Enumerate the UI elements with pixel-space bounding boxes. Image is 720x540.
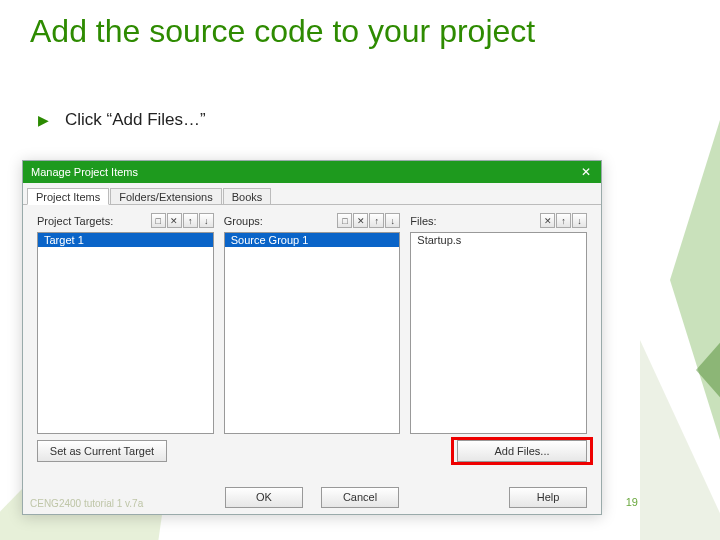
footer-note: CENG2400 tutorial 1 v.7a bbox=[30, 498, 143, 509]
targets-listbox[interactable]: Target 1 bbox=[37, 232, 214, 434]
page-number: 19 bbox=[626, 496, 638, 508]
move-up-icon[interactable]: ↑ bbox=[369, 213, 384, 228]
new-item-icon[interactable]: □ bbox=[151, 213, 166, 228]
new-item-icon[interactable]: □ bbox=[337, 213, 352, 228]
tab-strip: Project Items Folders/Extensions Books bbox=[23, 183, 601, 205]
groups-label: Groups: bbox=[224, 215, 263, 227]
below-buttons-row: Set as Current Target Add Files... bbox=[23, 434, 601, 462]
set-as-current-target-button[interactable]: Set as Current Target bbox=[37, 440, 167, 462]
delete-item-icon[interactable]: ✕ bbox=[540, 213, 555, 228]
move-up-icon[interactable]: ↑ bbox=[556, 213, 571, 228]
column-targets: Project Targets: □ ✕ ↑ ↓ Target 1 bbox=[37, 213, 214, 434]
add-files-button[interactable]: Add Files... bbox=[457, 440, 587, 462]
tab-books[interactable]: Books bbox=[223, 188, 272, 204]
groups-toolbar: □ ✕ ↑ ↓ bbox=[336, 213, 400, 228]
targets-label: Project Targets: bbox=[37, 215, 113, 227]
column-groups: Groups: □ ✕ ↑ ↓ Source Group 1 bbox=[224, 213, 401, 434]
move-down-icon[interactable]: ↓ bbox=[572, 213, 587, 228]
add-files-highlight-wrap: Add Files... bbox=[457, 440, 587, 462]
spacer bbox=[177, 440, 447, 462]
delete-item-icon[interactable]: ✕ bbox=[353, 213, 368, 228]
list-item[interactable]: Target 1 bbox=[38, 233, 213, 247]
move-down-icon[interactable]: ↓ bbox=[199, 213, 214, 228]
dialog-body: Project Targets: □ ✕ ↑ ↓ Target 1 Groups… bbox=[23, 205, 601, 434]
close-icon[interactable]: ✕ bbox=[571, 161, 601, 183]
slide: Add the source code to your project ▶ Cl… bbox=[0, 0, 720, 540]
bullet-arrow-icon: ▶ bbox=[38, 112, 49, 128]
move-down-icon[interactable]: ↓ bbox=[385, 213, 400, 228]
list-item[interactable]: Startup.s bbox=[411, 233, 586, 247]
titlebar-title: Manage Project Items bbox=[31, 166, 138, 178]
tab-folders-extensions[interactable]: Folders/Extensions bbox=[110, 188, 222, 204]
titlebar[interactable]: Manage Project Items ✕ bbox=[23, 161, 601, 183]
groups-listbox[interactable]: Source Group 1 bbox=[224, 232, 401, 434]
column-files: Files: ✕ ↑ ↓ Startup.s bbox=[410, 213, 587, 434]
slide-title: Add the source code to your project bbox=[30, 14, 535, 49]
files-listbox[interactable]: Startup.s bbox=[410, 232, 587, 434]
cancel-button[interactable]: Cancel bbox=[321, 487, 399, 508]
delete-item-icon[interactable]: ✕ bbox=[167, 213, 182, 228]
manage-project-items-dialog: Manage Project Items ✕ Project Items Fol… bbox=[22, 160, 602, 515]
files-toolbar: ✕ ↑ ↓ bbox=[539, 213, 587, 228]
tab-project-items[interactable]: Project Items bbox=[27, 188, 109, 205]
files-label: Files: bbox=[410, 215, 436, 227]
list-item[interactable]: Source Group 1 bbox=[225, 233, 400, 247]
move-up-icon[interactable]: ↑ bbox=[183, 213, 198, 228]
help-button[interactable]: Help bbox=[509, 487, 587, 508]
targets-toolbar: □ ✕ ↑ ↓ bbox=[150, 213, 214, 228]
bullet-row: ▶ Click “Add Files…” bbox=[38, 110, 206, 130]
bg-triangle bbox=[696, 320, 720, 420]
bullet-text: Click “Add Files…” bbox=[65, 110, 206, 130]
ok-button[interactable]: OK bbox=[225, 487, 303, 508]
